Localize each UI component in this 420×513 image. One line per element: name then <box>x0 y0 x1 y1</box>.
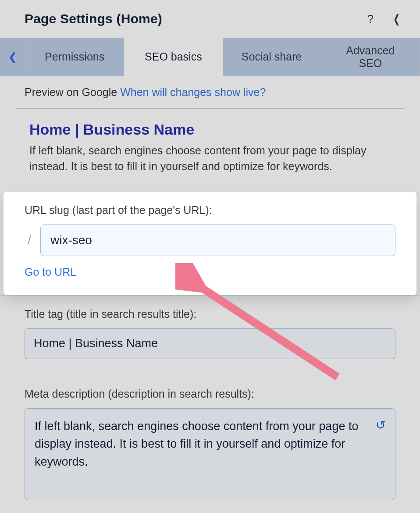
tab-advanced-seo[interactable]: AdvancedSEO <box>321 38 420 76</box>
preview-label: Preview on Google <box>25 86 117 98</box>
page-title: Page Settings (Home) <box>25 11 162 26</box>
preview-on-google-row: Preview on Google When will changes show… <box>0 76 420 103</box>
tab-social-share[interactable]: Social share <box>223 38 321 76</box>
url-slug-section: URL slug (last part of the page's URL): … <box>4 192 416 295</box>
dialog-header: Page Settings (Home) ? ❮ <box>0 0 420 38</box>
title-tag-section: Title tag (title in search results title… <box>0 295 420 375</box>
title-tag-label: Title tag (title in search results title… <box>25 308 395 321</box>
meta-description-label: Meta description (description in search … <box>25 388 395 400</box>
preview-help-link[interactable]: When will changes show live? <box>120 86 266 98</box>
url-slug-input[interactable] <box>40 224 395 256</box>
back-icon[interactable]: ❮ <box>0 38 25 76</box>
title-tag-input[interactable] <box>25 328 395 359</box>
reset-icon[interactable]: ↻ <box>376 418 386 432</box>
google-preview-description: If left blank, search engines choose con… <box>29 142 391 175</box>
google-preview-box: Home | Business Name If left blank, sear… <box>16 108 404 192</box>
url-slug-prefix: / <box>25 233 34 247</box>
close-chevron-icon[interactable]: ❮ <box>393 12 400 26</box>
header-actions: ? ❮ <box>367 12 402 26</box>
meta-description-section: Meta description (description in search … <box>0 375 420 513</box>
help-icon[interactable]: ? <box>367 12 374 26</box>
tab-bar: ❮ Permissions SEO basics Social share Ad… <box>0 38 420 76</box>
tab-seo-basics[interactable]: SEO basics <box>124 38 222 76</box>
meta-description-input[interactable] <box>25 408 395 500</box>
tab-content: Preview on Google When will changes show… <box>0 76 420 513</box>
url-slug-label: URL slug (last part of the page's URL): <box>25 204 395 217</box>
go-to-url-link[interactable]: Go to URL <box>25 266 76 278</box>
google-preview-title: Home | Business Name <box>29 121 391 138</box>
tab-permissions[interactable]: Permissions <box>25 38 124 76</box>
